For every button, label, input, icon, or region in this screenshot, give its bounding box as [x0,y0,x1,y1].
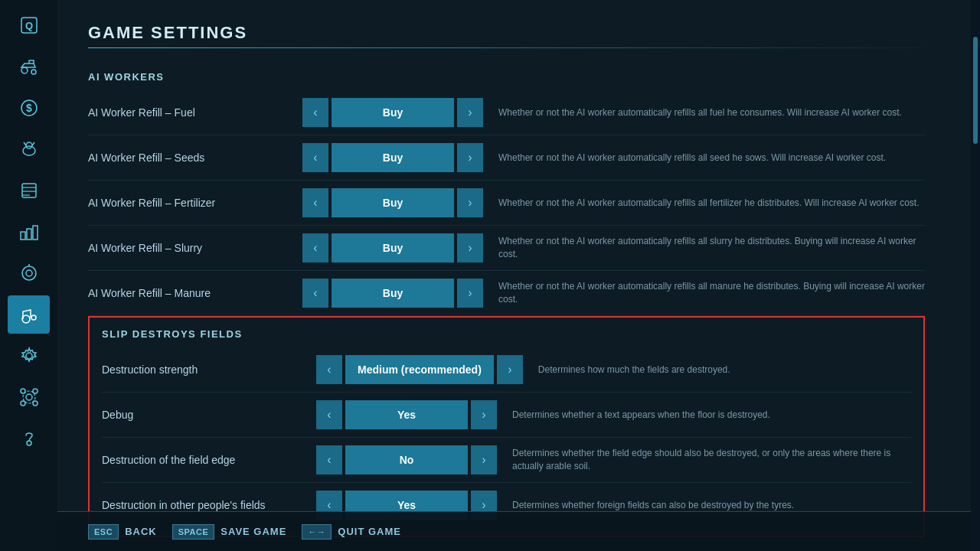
ctrl-prev-destruction-field-edge[interactable]: ‹ [316,445,342,474]
sidebar-item-money[interactable]: $ [8,89,50,127]
quit-game-key-label: QUIT GAME [338,526,401,537]
scrollbar-thumb[interactable] [973,37,978,144]
svg-text:$: $ [26,102,32,114]
ctrl-prev-refill-manure[interactable]: ‹ [302,279,328,308]
page-title: GAME SETTINGS [88,23,940,43]
setting-desc-refill-fuel: Whether or not the AI worker automatical… [498,106,925,119]
setting-label-destruction-other-fields: Destruction in other people's fields [102,499,301,511]
section-header-ai-workers: AI WORKERS [88,71,925,83]
setting-desc-destruction-field-edge: Determines whether the field edge should… [512,447,911,473]
ctrl-next-destruction-field-edge[interactable]: › [471,445,497,474]
setting-desc-destruction-strength: Determines how much the fields are destr… [538,364,911,377]
settings-scroll[interactable]: AI WORKERS AI Worker Refill – Fuel ‹ Buy… [88,64,940,551]
setting-row-refill-manure: AI Worker Refill – Manure ‹ Buy › Whethe… [88,271,925,316]
setting-row-refill-fuel: AI Worker Refill – Fuel ‹ Buy › Whether … [88,90,925,135]
setting-desc-destruction-other-fields: Determines whether foreign fields can al… [512,499,911,512]
svg-rect-14 [33,226,38,240]
sidebar-item-gameplay[interactable] [8,295,50,334]
svg-point-3 [31,70,36,74]
ctrl-prev-refill-fertilizer[interactable]: ‹ [302,188,328,217]
setting-row-debug: Debug ‹ Yes › Determines whether a text … [102,393,911,438]
svg-point-2 [21,67,28,73]
setting-desc-refill-slurry: Whether or not the AI worker automatical… [498,235,925,261]
setting-control-debug: ‹ Yes › [316,400,497,429]
ctrl-value-debug: Yes [345,400,468,429]
scrollbar-track[interactable] [971,0,980,551]
setting-label-refill-manure: AI Worker Refill – Manure [88,287,287,299]
ctrl-next-debug[interactable]: › [471,400,497,429]
ctrl-prev-debug[interactable]: ‹ [316,400,342,429]
back-key-btn[interactable]: ESC BACK [88,524,157,540]
setting-label-destruction-field-edge: Destruction of the field edge [102,454,301,466]
svg-point-23 [21,389,25,393]
sidebar-item-q[interactable]: Q [8,6,50,44]
setting-control-destruction-strength: ‹ Medium (recommended) › [316,355,523,384]
setting-control-refill-seeds: ‹ Buy › [302,143,483,172]
svg-point-25 [21,401,25,406]
ctrl-value-refill-fuel: Buy [332,98,454,127]
ctrl-value-refill-fertilizer: Buy [332,188,454,217]
setting-label-refill-seeds: AI Worker Refill – Seeds [88,152,287,164]
svg-rect-12 [21,232,25,240]
ctrl-next-refill-fertilizer[interactable]: › [457,188,483,217]
sidebar-item-help[interactable] [8,419,50,458]
svg-point-15 [22,266,36,280]
ctrl-prev-refill-seeds[interactable]: ‹ [302,143,328,172]
arrow-key-badge: ←→ [302,524,332,540]
esc-key-badge: ESC [88,524,119,540]
ctrl-next-refill-seeds[interactable]: › [457,143,483,172]
setting-label-refill-slurry: AI Worker Refill – Slurry [88,242,287,254]
setting-desc-refill-manure: Whether or not the AI worker automatical… [498,280,925,306]
title-underline [88,47,940,48]
sidebar-item-map[interactable] [8,171,50,210]
setting-row-destruction-strength: Destruction strength ‹ Medium (recommend… [102,347,911,393]
ctrl-next-refill-manure[interactable]: › [457,279,483,308]
setting-control-refill-slurry: ‹ Buy › [302,233,483,262]
ctrl-value-refill-seeds: Buy [332,143,454,172]
sidebar-item-display[interactable] [8,254,50,292]
bottom-bar: ESC BACK SPACE SAVE GAME ←→ QUIT GAME [57,511,971,551]
ctrl-prev-destruction-strength[interactable]: ‹ [316,355,342,384]
svg-point-26 [33,401,38,406]
setting-desc-refill-fertilizer: Whether or not the AI worker automatical… [498,197,925,210]
setting-desc-debug: Determines whether a text appears when t… [512,409,911,422]
svg-point-24 [33,389,38,393]
svg-point-19 [31,315,36,320]
setting-row-refill-fertilizer: AI Worker Refill – Fertilizer ‹ Buy › Wh… [88,181,925,226]
setting-row-refill-slurry: AI Worker Refill – Slurry ‹ Buy › Whethe… [88,226,925,271]
slip-destroys-fields-section: SLIP DESTROYS FIELDS Destruction strengt… [88,316,925,537]
back-key-label: BACK [125,526,157,537]
sidebar-item-network[interactable] [8,378,50,416]
setting-control-destruction-field-edge: ‹ No › [316,445,497,474]
svg-point-21 [26,394,32,400]
ctrl-next-refill-fuel[interactable]: › [457,98,483,127]
setting-control-refill-manure: ‹ Buy › [302,279,483,308]
ctrl-next-refill-slurry[interactable]: › [457,233,483,262]
space-key-badge: SPACE [172,524,215,540]
quit-game-key-btn[interactable]: ←→ QUIT GAME [302,524,401,540]
setting-row-refill-seeds: AI Worker Refill – Seeds ‹ Buy › Whether… [88,135,925,181]
setting-row-destruction-field-edge: Destruction of the field edge ‹ No › Det… [102,438,911,483]
svg-point-7 [26,142,32,148]
sidebar-item-tractor[interactable] [8,47,50,86]
ctrl-value-refill-manure: Buy [332,279,454,308]
sidebar-item-production[interactable] [8,213,50,251]
main-content: GAME SETTINGS AI WORKERS AI Worker Refil… [57,0,971,551]
ctrl-prev-refill-fuel[interactable]: ‹ [302,98,328,127]
setting-control-refill-fertilizer: ‹ Buy › [302,188,483,217]
svg-point-6 [23,146,35,155]
ctrl-next-destruction-strength[interactable]: › [497,355,523,384]
setting-label-debug: Debug [102,409,301,421]
setting-desc-refill-seeds: Whether or not the AI worker automatical… [498,152,925,165]
save-game-key-label: SAVE GAME [220,526,286,537]
svg-rect-13 [27,229,31,240]
ctrl-value-destruction-strength: Medium (recommended) [345,355,494,384]
section-header-slip-destroys-fields: SLIP DESTROYS FIELDS [102,328,911,340]
ctrl-prev-refill-slurry[interactable]: ‹ [302,233,328,262]
ctrl-value-refill-slurry: Buy [332,233,454,262]
sidebar-item-animal[interactable] [8,130,50,168]
setting-label-destruction-strength: Destruction strength [102,364,301,376]
sidebar-item-settings[interactable] [8,337,50,375]
save-game-key-btn[interactable]: SPACE SAVE GAME [172,524,287,540]
svg-point-27 [27,441,31,445]
